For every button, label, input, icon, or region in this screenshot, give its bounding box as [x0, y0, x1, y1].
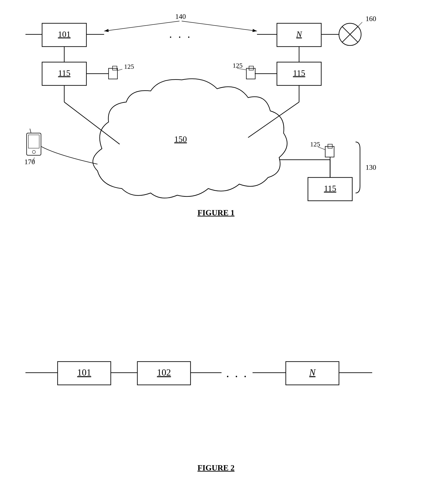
- svg-line-17: [182, 21, 257, 31]
- svg-text:160: 160: [365, 15, 376, 23]
- figure1-label: FIGURE 1: [197, 208, 234, 217]
- svg-text:102: 102: [157, 367, 171, 378]
- figure2-label: FIGURE 2: [197, 463, 234, 472]
- svg-text:170: 170: [24, 158, 35, 166]
- svg-text:. . .: . . .: [169, 28, 192, 40]
- svg-text:115: 115: [324, 184, 336, 193]
- svg-text:N: N: [296, 29, 302, 39]
- svg-line-43: [30, 129, 31, 133]
- svg-text:125: 125: [124, 63, 134, 70]
- svg-text:130: 130: [365, 163, 376, 171]
- svg-text:101: 101: [77, 367, 91, 378]
- svg-line-39: [248, 102, 299, 137]
- svg-line-51: [318, 147, 325, 150]
- figure2-diagram: 101 102 . . . N FIGURE 2: [13, 333, 419, 461]
- svg-rect-40: [26, 133, 41, 155]
- svg-line-30: [117, 69, 122, 71]
- svg-line-16: [104, 21, 180, 31]
- figure1-diagram: 101 160 N 140 . . .: [13, 9, 419, 204]
- svg-text:N: N: [309, 367, 316, 378]
- svg-text:101: 101: [58, 29, 71, 39]
- svg-text:150: 150: [174, 135, 187, 144]
- svg-line-13: [358, 22, 362, 27]
- svg-point-42: [32, 150, 35, 153]
- svg-text:115: 115: [58, 68, 70, 78]
- svg-text:140: 140: [175, 12, 186, 20]
- svg-text:115: 115: [293, 68, 305, 78]
- svg-text:. . .: . . .: [226, 366, 248, 380]
- svg-rect-41: [28, 135, 39, 148]
- page: 101 160 N 140 . . .: [0, 0, 432, 504]
- svg-text:125: 125: [233, 62, 242, 69]
- svg-text:125: 125: [310, 140, 320, 148]
